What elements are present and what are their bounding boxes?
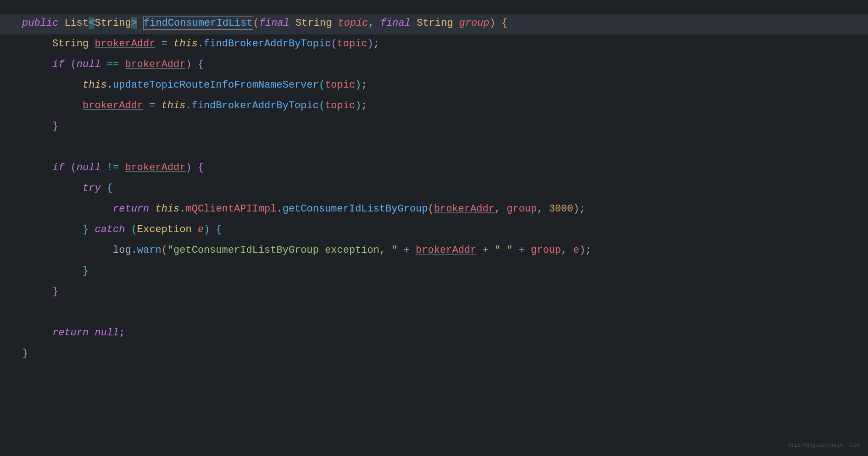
semi12: ;	[585, 245, 591, 256]
dot5: .	[185, 100, 191, 111]
paren-open5: (	[319, 100, 325, 111]
comma: ,	[368, 17, 374, 29]
dot10a: .	[179, 203, 185, 215]
code-line-10[interactable]: return this.mQClientAPIImpl.getConsumerI…	[22, 200, 868, 220]
paren-open8: (	[71, 162, 77, 173]
code-line-13[interactable]: }	[22, 261, 868, 282]
paren-open12: (	[161, 245, 167, 256]
keyword-final2: final	[380, 17, 411, 29]
semi4: ;	[361, 79, 367, 91]
angle-close: >	[131, 17, 137, 29]
code-line-11[interactable]: } catch (Exception e) {	[22, 220, 868, 241]
paren-close2: )	[367, 38, 373, 50]
arg-topic4: topic	[325, 79, 355, 91]
paren-close5: )	[355, 100, 361, 111]
param-e: e	[198, 224, 204, 235]
brace-close6: }	[52, 121, 58, 132]
method-call: findBrokerAddrByTopic	[204, 38, 331, 50]
paren-open2: (	[331, 38, 337, 50]
keyword-null8: null	[77, 162, 101, 173]
comma12: ,	[561, 245, 567, 256]
op-plus1: +	[404, 245, 410, 256]
code-line-5[interactable]: brokerAddr = this.findBrokerAddrByTopic(…	[22, 96, 868, 117]
code-line-6[interactable]: }	[22, 117, 868, 138]
type-string: String	[95, 17, 131, 29]
type-string-param2: String	[417, 17, 453, 29]
watermark-text: https://blog.csdn.net/A__loser	[789, 440, 861, 450]
paren-close10: )	[573, 203, 579, 215]
brace-open8: {	[198, 162, 204, 173]
dot4: .	[107, 79, 113, 91]
method-name: findConsumerIdList	[144, 17, 253, 29]
paren-close4: )	[355, 79, 361, 91]
brace-open11: {	[216, 224, 222, 235]
type-string-param: String	[295, 17, 332, 29]
brace-close11: }	[83, 224, 89, 235]
brace-close13: }	[83, 265, 89, 277]
field-mqclient: mQClientAPIImpl	[185, 203, 276, 215]
param-topic: topic	[338, 17, 368, 29]
arg-topic: topic	[337, 38, 367, 50]
paren-close12: )	[579, 245, 585, 256]
this-ref: this	[173, 38, 198, 50]
this-ref10: this	[155, 203, 179, 215]
code-line-7[interactable]	[22, 138, 868, 158]
paren-open: (	[253, 17, 259, 29]
code-line-9[interactable]: try {	[22, 179, 868, 200]
method-selection: findConsumerIdList	[143, 17, 253, 30]
param-group: group	[459, 17, 490, 29]
comma10b: ,	[537, 203, 543, 215]
code-line-14[interactable]: }	[22, 282, 868, 303]
semi: ;	[373, 38, 379, 50]
keyword-null: null	[77, 59, 101, 70]
paren-open11: (	[131, 224, 137, 235]
brace-close14: }	[52, 286, 58, 297]
var-brokerAddr8: brokerAddr	[125, 162, 185, 173]
code-line-17[interactable]: }	[22, 344, 868, 365]
var-group12: group	[531, 245, 561, 256]
dot10b: .	[277, 203, 283, 215]
type-string-var: String	[52, 38, 89, 50]
var-brokerAddr12: brokerAddr	[416, 245, 476, 256]
this-ref4: this	[83, 79, 107, 91]
comma10a: ,	[495, 203, 501, 215]
string-msg: "getConsumerIdListByGroup exception, "	[167, 245, 398, 256]
dot12: .	[131, 245, 137, 256]
paren-open4: (	[319, 79, 325, 91]
code-line-12[interactable]: log.warn("getConsumerIdListByGroup excep…	[22, 241, 868, 261]
semi10: ;	[579, 203, 585, 215]
keyword-if8: if	[52, 162, 64, 173]
type-list: List	[64, 17, 89, 29]
code-line-16[interactable]: return null;	[22, 323, 868, 344]
code-line-2[interactable]: String brokerAddr = this.findBrokerAddrB…	[22, 34, 868, 55]
paren-open10: (	[428, 203, 434, 215]
code-line-4[interactable]: this.updateTopicRouteInfoFromNameServer(…	[22, 76, 868, 96]
this-ref5: this	[161, 100, 186, 111]
log-ref: log	[113, 245, 131, 256]
keyword-final: final	[259, 17, 289, 29]
brace-open9: {	[107, 183, 113, 194]
paren-close8: )	[185, 162, 191, 173]
op-plus3: +	[519, 245, 525, 256]
code-line-15[interactable]	[22, 303, 868, 323]
op-plus2: +	[482, 245, 488, 256]
var-e12: e	[573, 245, 579, 256]
method-call5: findBrokerAddrByTopic	[192, 100, 319, 111]
dot: .	[198, 38, 204, 50]
method-call10: getConsumerIdListByGroup	[283, 203, 428, 215]
keyword-return10: return	[113, 203, 149, 215]
op-neq: !=	[107, 162, 119, 173]
var-brokerAddr5: brokerAddr	[83, 100, 143, 111]
type-exception: Exception	[137, 224, 192, 235]
method-call4: updateTopicRouteInfoFromNameServer	[113, 79, 319, 91]
code-line-8[interactable]: if (null != brokerAddr) {	[22, 158, 868, 179]
keyword-if: if	[52, 59, 64, 70]
method-warn: warn	[137, 245, 161, 256]
code-line-3[interactable]: if (null == brokerAddr) {	[22, 55, 868, 76]
arg-topic5: topic	[325, 100, 355, 111]
code-line-1[interactable]: public List<String> findConsumerIdList(f…	[0, 14, 868, 34]
code-editor[interactable]: public List<String> findConsumerIdList(f…	[0, 0, 868, 365]
brace-open: {	[501, 17, 507, 29]
semi16: ;	[119, 327, 125, 339]
brace-open3: {	[198, 59, 204, 70]
